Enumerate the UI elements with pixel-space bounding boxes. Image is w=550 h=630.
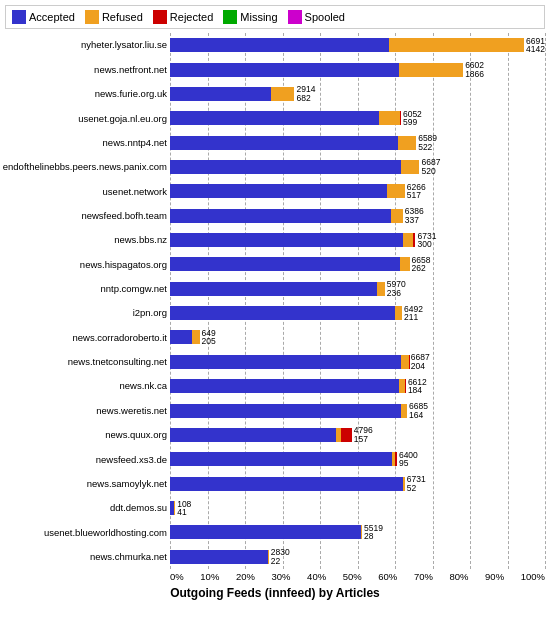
bar-segment-refused [401, 404, 407, 418]
bar-segments [170, 477, 405, 491]
bar-segment-accepted [170, 63, 399, 77]
y-label: news.chmurka.net [5, 548, 167, 566]
bar-segment-refused [192, 330, 199, 344]
bar-segment-accepted [170, 355, 401, 369]
chart-title: Outgoing Feeds (innfeed) by Articles [5, 586, 545, 600]
bar-row: 6612184 [170, 377, 545, 395]
x-ticks: 0%10%20%30%40%50%60%70%80%90%100% [170, 571, 545, 582]
y-label: nntp.comgw.net [5, 280, 167, 298]
bar-row: 5970236 [170, 280, 545, 298]
bar-segment-accepted [170, 257, 400, 271]
bar-segment-refused [403, 477, 405, 491]
bar-value-label: 6612184 [408, 378, 427, 395]
x-tick-label: 20% [236, 571, 255, 582]
bar-refused-count: 22 [271, 557, 290, 566]
bar-segment-refused [401, 160, 419, 174]
bar-refused-count: 337 [405, 216, 424, 225]
bar-row: 10841 [170, 499, 545, 517]
bar-segment-accepted [170, 87, 271, 101]
bar-value-label: 6052599 [403, 110, 422, 127]
bars-section: 6691414266021866291468260525996589522668… [170, 33, 545, 569]
x-tick-label: 10% [200, 571, 219, 582]
x-tick-label: 30% [272, 571, 291, 582]
y-label: news.tnetconsulting.net [5, 353, 167, 371]
bar-row: 551928 [170, 523, 545, 541]
legend-rejected: Rejected [153, 10, 213, 24]
bar-segment-accepted [170, 136, 398, 150]
bar-segment-refused [391, 209, 403, 223]
bar-segments [170, 38, 524, 52]
bar-row: 2914682 [170, 85, 545, 103]
bar-segment-refused [403, 233, 413, 247]
x-tick-label: 100% [521, 571, 545, 582]
bar-value-label: 551928 [364, 524, 383, 541]
y-label: news.hispagatos.org [5, 255, 167, 273]
x-tick-label: 50% [343, 571, 362, 582]
bar-segment-refused [401, 355, 408, 369]
legend-refused: Refused [85, 10, 143, 24]
y-label: newsfeed.bofh.team [5, 207, 167, 225]
bar-value-label: 4796157 [354, 426, 373, 443]
bar-refused-count: 236 [387, 289, 406, 298]
bar-segments [170, 233, 415, 247]
legend-missing-label: Missing [240, 11, 277, 23]
x-tick-label: 40% [307, 571, 326, 582]
bar-value-label: 6685164 [409, 402, 428, 419]
bar-refused-count: 28 [364, 532, 383, 541]
y-label: news.bbs.nz [5, 231, 167, 249]
bar-row: 6687204 [170, 353, 545, 371]
bar-segment-accepted [170, 306, 395, 320]
y-labels: nyheter.lysator.liu.senews.netfront.netn… [5, 33, 170, 569]
y-label: usenet.goja.nl.eu.org [5, 109, 167, 127]
bar-segment-refused [268, 550, 269, 564]
bar-value-label: 649205 [202, 329, 216, 346]
bar-segments [170, 379, 406, 393]
bar-segment-rejected [405, 379, 406, 393]
bar-segment-accepted [170, 330, 192, 344]
bar-segments [170, 257, 410, 271]
x-tick-label: 90% [485, 571, 504, 582]
bar-segments [170, 209, 403, 223]
bar-segment-refused [361, 525, 362, 539]
bar-value-label: 66914142 [526, 37, 545, 54]
bar-segments [170, 355, 409, 369]
legend-missing: Missing [223, 10, 277, 24]
bar-segments [170, 111, 401, 125]
bar-segments [170, 63, 463, 77]
bar-value-label: 6687520 [421, 158, 440, 175]
bar-segments [170, 282, 385, 296]
bar-segment-accepted [170, 525, 361, 539]
legend-rejected-label: Rejected [170, 11, 213, 23]
bar-row: 6052599 [170, 109, 545, 127]
bar-row: 6386337 [170, 207, 545, 225]
bar-segment-refused [379, 111, 400, 125]
bar-refused-count: 520 [421, 167, 440, 176]
bar-segment-accepted [170, 452, 392, 466]
bar-value-label: 6687204 [411, 353, 430, 370]
refused-color-box [85, 10, 99, 24]
bar-row: 4796157 [170, 426, 545, 444]
x-tick-label: 60% [378, 571, 397, 582]
bar-segments [170, 160, 419, 174]
legend-refused-label: Refused [102, 11, 143, 23]
bar-segments [170, 525, 362, 539]
bar-refused-count: 184 [408, 386, 427, 395]
bar-refused-count: 205 [202, 337, 216, 346]
bar-segment-rejected [413, 233, 415, 247]
bar-value-label: 5970236 [387, 280, 406, 297]
bar-segment-refused [389, 38, 524, 52]
y-label: ddt.demos.su [5, 499, 167, 517]
y-label: endofthelinebbs.peers.news.panix.com [5, 158, 167, 176]
bar-segments [170, 452, 397, 466]
bar-segment-refused [400, 257, 409, 271]
accepted-color-box [12, 10, 26, 24]
y-label: nyheter.lysator.liu.se [5, 36, 167, 54]
bar-refused-count: 204 [411, 362, 430, 371]
legend-accepted-label: Accepted [29, 11, 75, 23]
bar-refused-count: 262 [412, 264, 431, 273]
bar-refused-count: 4142 [526, 45, 545, 54]
bar-segment-rejected [395, 452, 397, 466]
bar-row: 66914142 [170, 36, 545, 54]
y-label: usenet.blueworldhosting.com [5, 523, 167, 541]
bar-segments [170, 306, 402, 320]
